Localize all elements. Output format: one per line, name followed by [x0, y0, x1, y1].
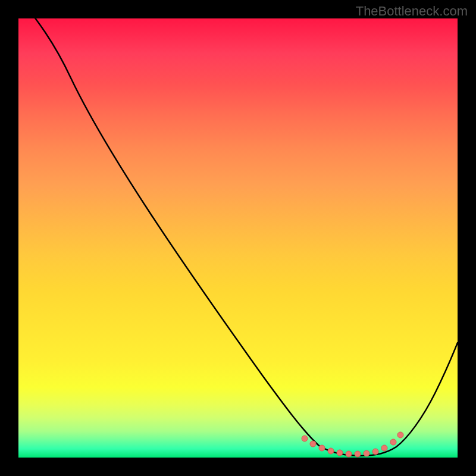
svg-point-5 [346, 451, 352, 457]
chart-svg [18, 18, 458, 458]
svg-point-3 [328, 448, 334, 454]
svg-point-0 [302, 436, 308, 441]
watermark-text: TheBottleneck.com [356, 4, 468, 19]
svg-point-11 [397, 432, 403, 438]
svg-point-4 [337, 450, 343, 456]
chart-plot-area [18, 18, 458, 458]
svg-point-9 [381, 445, 387, 451]
svg-point-1 [310, 441, 316, 447]
svg-point-6 [355, 451, 361, 457]
svg-point-8 [372, 449, 378, 455]
svg-point-2 [319, 445, 325, 451]
svg-point-10 [390, 439, 396, 445]
bottleneck-curve-line [18, 18, 458, 456]
svg-point-7 [364, 450, 369, 456]
